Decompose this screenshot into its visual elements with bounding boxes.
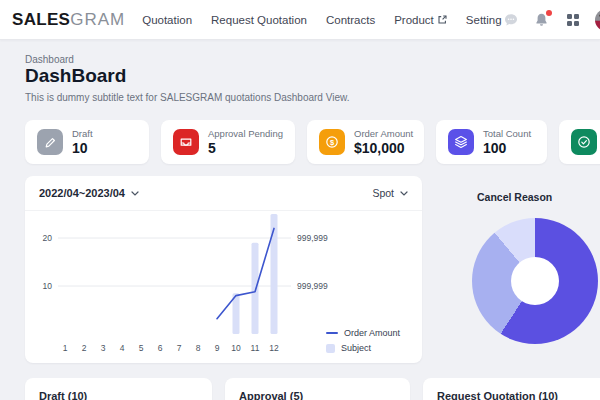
svg-text:5: 5 [139,343,144,353]
stat-label: Approval Pending [208,128,283,140]
line-marker-icon [326,332,338,334]
chat-icon[interactable] [502,11,520,29]
stat-card-order-amount: $ Order Amount $10,000 [307,120,424,164]
stat-card-completed [559,120,600,164]
inbox-icon [173,129,199,155]
svg-text:1: 1 [63,343,68,353]
cancel-reason-donut-chart[interactable] [472,218,598,344]
chevron-down-icon [131,191,139,196]
logo-bold-text: SALES [12,10,70,29]
stats-row: Draft 10 Approval Pending 5 $ Order Amou… [25,120,600,164]
date-range-select[interactable]: 2022/04~2023/04 [39,187,139,199]
stat-value: 100 [483,140,531,156]
apps-grid-icon[interactable] [564,11,582,29]
approval-card-title: Approval (5) [239,390,396,400]
request-quotation-list-card: Request Quotation (10) [423,378,600,400]
legend-item-order-amount[interactable]: Order Amount [326,328,400,338]
svg-text:12: 12 [269,343,279,353]
nav-item-product-label: Product [394,14,434,26]
svg-text:999,999: 999,999 [297,233,328,243]
stat-label: Order Amount [354,128,413,140]
nav-item-quotation[interactable]: Quotation [142,14,192,26]
layers-icon [448,129,474,155]
svg-text:7: 7 [177,343,182,353]
svg-text:10: 10 [231,343,241,353]
stat-card-total-count: Total Count 100 [436,120,547,164]
cancel-reason-title: Cancel Reason [477,191,552,203]
date-range-label: 2022/04~2023/04 [39,187,125,199]
top-nav: SALESGRAM Quotation Request Quotation Co… [0,0,600,40]
svg-text:11: 11 [251,343,260,353]
page-subtitle: This is dummy subtitle text for SALESGRA… [25,92,349,103]
request-quotation-card-title: Request Quotation (10) [437,390,600,400]
bottom-cards-row: Draft (10) Approval (5) Request Quotatio… [25,378,600,400]
draft-card-title: Draft (10) [39,390,198,400]
stat-card-approval-pending: Approval Pending 5 [161,120,295,164]
stat-label: Draft [72,128,93,140]
legend-label: Order Amount [344,328,400,338]
external-link-icon [438,15,447,24]
donut-hole [511,257,559,305]
breadcrumb[interactable]: Dashboard [25,54,74,65]
chart-legend: Order Amount Subject [326,328,400,353]
svg-text:2: 2 [82,343,87,353]
svg-text:9: 9 [215,343,220,353]
logo-light-text: GRAM [70,10,125,29]
spot-filter-label: Spot [372,187,394,199]
svg-text:999,999: 999,999 [297,281,328,291]
legend-label: Subject [341,343,371,353]
svg-text:20: 20 [43,233,53,243]
main-menu: Quotation Request Quotation Contracts Pr… [142,14,501,26]
square-marker-icon [326,344,335,353]
legend-item-subject[interactable]: Subject [326,343,400,353]
nav-item-contracts[interactable]: Contracts [326,14,375,26]
dollar-coin-icon: $ [319,129,345,155]
chevron-down-icon [400,191,408,196]
pencil-icon [37,129,63,155]
app-logo[interactable]: SALESGRAM [12,10,125,30]
page-title: DashBoard [25,65,126,87]
stat-value: 5 [208,140,283,156]
nav-item-product[interactable]: Product [394,14,447,26]
svg-text:3: 3 [101,343,106,353]
svg-text:10: 10 [43,281,53,291]
stat-value: 10 [72,140,93,156]
draft-list-card: Draft (10) [25,378,212,400]
chart-body: 20999,99910999,999123456789101112 Order … [25,211,422,367]
spot-filter-select[interactable]: Spot [372,187,408,199]
svg-text:4: 4 [120,343,125,353]
user-avatar[interactable] [595,9,600,31]
check-circle-icon [571,129,597,155]
notification-dot [546,10,552,16]
approval-list-card: Approval (5) [225,378,410,400]
nav-item-request-quotation[interactable]: Request Quotation [211,14,307,26]
bell-icon[interactable] [533,11,551,29]
orders-chart-card: 2022/04~2023/04 Spot 20999,99910999,9991… [25,176,422,363]
stat-label: Total Count [483,128,531,140]
svg-text:8: 8 [196,343,201,353]
stat-card-draft: Draft 10 [25,120,149,164]
svg-text:$: $ [330,138,335,147]
svg-text:6: 6 [158,343,163,353]
nav-actions [502,9,600,31]
stat-value: $10,000 [354,140,413,156]
nav-item-setting[interactable]: Setting [466,14,502,26]
chart-header: 2022/04~2023/04 Spot [25,176,422,211]
